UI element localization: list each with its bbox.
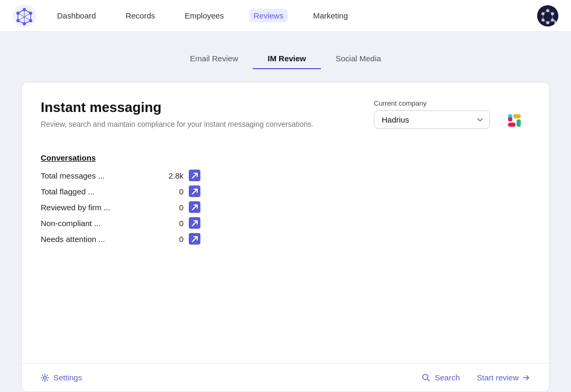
avatar[interactable]: H [537, 5, 558, 26]
main-card: Instant messaging Review, search and mai… [21, 82, 550, 392]
footer-right: Search Start review [422, 373, 530, 382]
page-content: Email Review IM Review Social Media Inst… [0, 32, 571, 392]
stat-value-non-compliant: 0 [157, 219, 183, 228]
stat-row-total-messages: Total messages ... 2.8k [41, 170, 530, 181]
start-review-label: Start review [477, 373, 519, 382]
nav-records[interactable]: Records [121, 9, 159, 22]
stat-value-reviewed-by-firm: 0 [157, 203, 183, 212]
company-selector: Current company Hadrius [374, 99, 490, 129]
nav-employees[interactable]: Employees [180, 9, 228, 22]
svg-text:H: H [554, 19, 558, 25]
card-footer: Settings Search Start review [22, 363, 549, 391]
nav-dashboard[interactable]: Dashboard [53, 9, 100, 22]
svg-rect-37 [508, 123, 515, 127]
navbar: Dashboard Records Employees Reviews Mark… [0, 0, 571, 32]
stat-link-non-compliant[interactable] [189, 217, 200, 229]
settings-button[interactable]: Settings [41, 373, 82, 382]
app-logo[interactable] [13, 4, 36, 27]
card-title: Instant messaging [41, 99, 314, 116]
svg-rect-38 [508, 117, 512, 122]
stat-label-reviewed-by-firm: Reviewed by firm ... [41, 203, 157, 212]
stat-label-non-compliant: Non-compliant ... [41, 219, 157, 228]
search-label: Search [435, 373, 460, 382]
search-button[interactable]: Search [422, 373, 460, 382]
start-review-button[interactable]: Start review [477, 373, 530, 382]
card-header-row: Instant messaging Review, search and mai… [41, 99, 530, 138]
tab-email-review[interactable]: Email Review [175, 49, 253, 69]
nav-marketing[interactable]: Marketing [309, 9, 352, 22]
stat-row-needs-attention: Needs attention ... 0 [41, 233, 530, 245]
stat-link-total-flagged[interactable] [189, 185, 200, 197]
company-label: Current company [374, 99, 490, 107]
stat-row-total-flagged: Total flagged ... 0 [41, 185, 530, 197]
stat-row-reviewed-by-firm: Reviewed by firm ... 0 [41, 201, 530, 213]
nav-links: Dashboard Records Employees Reviews Mark… [53, 9, 537, 22]
slack-icon [503, 109, 530, 136]
settings-label: Settings [53, 373, 82, 382]
stat-link-needs-attention[interactable] [189, 233, 200, 245]
stat-value-needs-attention: 0 [157, 235, 183, 244]
conversations-title: Conversations [41, 153, 530, 162]
stat-label-total-messages: Total messages ... [41, 171, 157, 180]
stat-link-total-messages[interactable] [189, 170, 200, 181]
stat-link-reviewed-by-firm[interactable] [189, 201, 200, 213]
conversations-section: Conversations Total messages ... 2.8k To… [41, 153, 530, 249]
tabs: Email Review IM Review Social Media [21, 49, 550, 69]
gear-icon [41, 374, 49, 382]
tab-im-review[interactable]: IM Review [253, 49, 321, 69]
arrow-right-icon [522, 374, 530, 382]
nav-reviews[interactable]: Reviews [249, 9, 288, 22]
card-subtitle: Review, search and maintain compliance f… [41, 120, 314, 128]
stat-label-total-flagged: Total flagged ... [41, 187, 157, 196]
stat-value-total-flagged: 0 [157, 187, 183, 196]
stat-value-total-messages: 2.8k [157, 171, 183, 180]
company-select[interactable]: Hadrius [374, 110, 490, 129]
stat-row-non-compliant: Non-compliant ... 0 [41, 217, 530, 229]
svg-rect-35 [517, 119, 521, 127]
svg-point-39 [44, 376, 47, 379]
slack-icon-wrap [503, 109, 530, 138]
tab-social-media[interactable]: Social Media [321, 49, 396, 69]
card-body: Instant messaging Review, search and mai… [22, 82, 549, 363]
card-header-text: Instant messaging Review, search and mai… [41, 99, 314, 128]
svg-rect-33 [513, 114, 521, 118]
stat-label-needs-attention: Needs attention ... [41, 235, 157, 244]
search-icon [422, 374, 430, 382]
